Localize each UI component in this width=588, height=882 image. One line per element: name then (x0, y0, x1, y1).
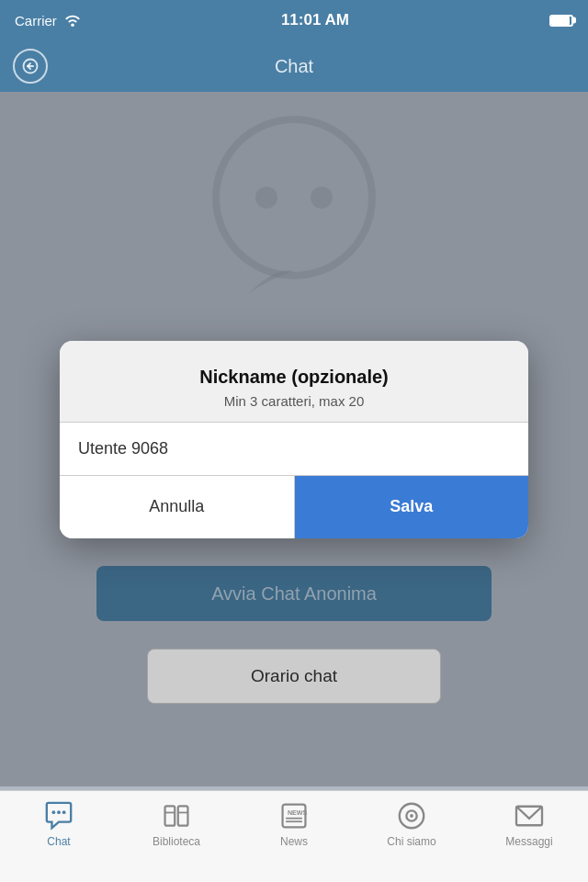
messaggi-tab-label: Messaggi (505, 835, 552, 848)
tab-item-news[interactable]: NEWS News (235, 798, 353, 848)
news-tab-label: News (280, 835, 308, 848)
tab-item-chat[interactable]: Chat (0, 798, 118, 848)
svg-point-5 (51, 810, 55, 814)
dialog-header: Nickname (opzionale) Min 3 caratteri, ma… (60, 341, 528, 422)
main-content: Puoi avviare una chat anonima in qualsia… (0, 92, 588, 786)
tab-bar: Chat Biblioteca NEWS News (0, 790, 588, 882)
messaggi-tab-icon (514, 800, 545, 831)
chisiamo-tab-icon (396, 800, 427, 831)
chat-tab-icon (43, 800, 74, 831)
status-right (549, 15, 573, 27)
svg-point-6 (57, 810, 61, 814)
dialog-title: Nickname (opzionale) (85, 367, 503, 388)
tab-item-chisiamo[interactable]: Chi siamo (353, 798, 470, 848)
back-button[interactable] (13, 49, 48, 84)
cancel-button[interactable]: Annulla (60, 476, 295, 538)
biblioteca-tab-icon (161, 800, 192, 831)
nickname-input[interactable] (78, 439, 510, 458)
nickname-dialog: Nickname (opzionale) Min 3 caratteri, ma… (60, 341, 528, 538)
biblioteca-tab-label: Biblioteca (153, 835, 200, 848)
save-button[interactable]: Salva (295, 476, 529, 538)
svg-rect-9 (178, 806, 188, 825)
status-time: 11:01 AM (281, 11, 349, 29)
tab-item-biblioteca[interactable]: Biblioteca (118, 798, 235, 848)
status-bar: Carrier 11:01 AM (0, 0, 588, 40)
svg-point-7 (62, 810, 66, 814)
svg-text:NEWS: NEWS (288, 809, 308, 817)
nav-bar: Chat (0, 40, 588, 92)
battery-icon (549, 15, 573, 27)
dialog-input-area (60, 423, 528, 475)
dialog-buttons: Annulla Salva (60, 476, 528, 538)
nav-title: Chat (275, 56, 313, 77)
chisiamo-tab-label: Chi siamo (387, 835, 435, 848)
carrier-label: Carrier (15, 13, 57, 28)
svg-point-18 (410, 814, 413, 818)
status-left: Carrier (15, 13, 81, 28)
chat-tab-label: Chat (47, 835, 70, 848)
tab-item-messaggi[interactable]: Messaggi (470, 798, 588, 848)
news-tab-icon: NEWS (278, 800, 310, 831)
svg-rect-8 (165, 806, 175, 825)
dialog-overlay: Nickname (opzionale) Min 3 caratteri, ma… (0, 92, 588, 786)
dialog-subtitle: Min 3 caratteri, max 20 (85, 393, 503, 409)
wifi-icon (64, 14, 81, 27)
